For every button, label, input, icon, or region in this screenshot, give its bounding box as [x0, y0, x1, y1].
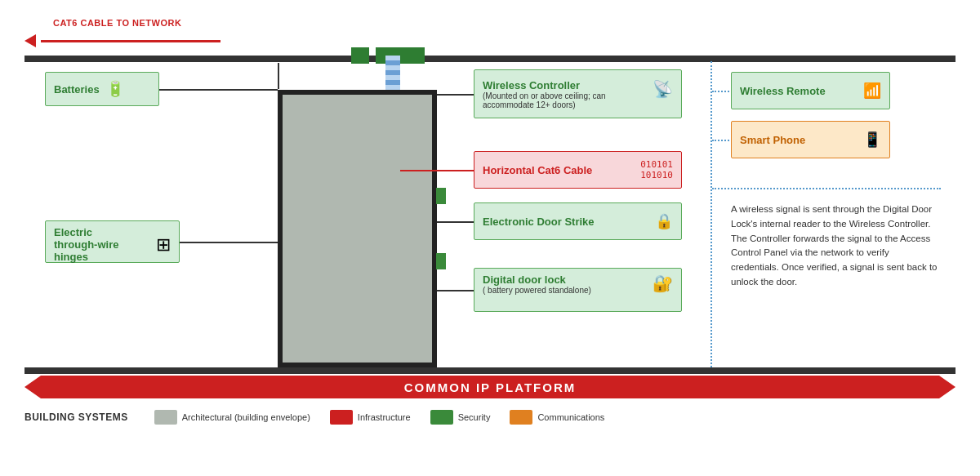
legend-item-architectural: Architectural (building envelope)	[154, 410, 310, 425]
bottom-line	[24, 367, 956, 374]
connector-batteries-h	[159, 89, 278, 91]
legend-text-communications: Communications	[537, 412, 604, 422]
ddl-label: Digital door lock	[483, 274, 646, 286]
legend: BUILDING SYSTEMS Architectural (building…	[24, 410, 604, 425]
eds-icon: 🔒	[655, 212, 673, 230]
common-ip-label: COMMON IP PLATFORM	[404, 380, 576, 394]
batteries-icon: 🔋	[106, 80, 124, 98]
legend-swatch-architectural	[154, 410, 177, 425]
common-ip-arrow: COMMON IP PLATFORM	[24, 376, 956, 398]
connector-eds	[437, 221, 474, 223]
batteries-box: Batteries 🔋	[45, 72, 159, 106]
hinges-icon: ⊞	[156, 234, 171, 256]
arrow-left-head	[24, 376, 41, 398]
electronic-door-strike-box: Electronic Door Strike 🔒	[474, 202, 682, 240]
smart-phone-box: Smart Phone 📱	[731, 121, 890, 158]
legend-swatch-infrastructure	[330, 410, 353, 425]
legend-text-security: Security	[458, 412, 491, 422]
legend-item-security: Security	[430, 410, 491, 425]
legend-title: BUILDING SYSTEMS	[24, 411, 128, 423]
connector-hinges	[180, 242, 278, 243]
dotted-line-sp	[712, 140, 733, 141]
door-frame	[278, 90, 437, 367]
batteries-label: Batteries	[54, 83, 100, 96]
wr-icon: 📶	[863, 82, 881, 100]
dotted-line-wr	[712, 91, 733, 92]
arrow-right-head	[939, 376, 956, 398]
wireless-controller-box: Wireless Controller (Mounted on or above…	[474, 69, 682, 118]
ddl-sublabel: ( battery powered standalone)	[483, 286, 646, 295]
green-connector-1	[351, 47, 369, 64]
top-network-line	[24, 56, 956, 62]
diagram-container: CAT6 CABLE TO NETWORK Batteries 🔋 Electr…	[0, 0, 980, 476]
door-green-box-2	[436, 253, 446, 269]
legend-item-communications: Communications	[510, 410, 604, 425]
cat6-arrow-line	[41, 40, 220, 42]
hinges-box: Electric through-wire hinges ⊞	[45, 220, 180, 263]
dotted-line-desc	[712, 188, 941, 189]
legend-swatch-security	[430, 410, 453, 425]
wc-icon: 📡	[653, 79, 673, 99]
connector-ddl	[437, 290, 474, 291]
cat6-arrow-head	[24, 34, 36, 47]
arrow-body: COMMON IP PLATFORM	[41, 376, 939, 398]
hinges-label: Electric	[54, 226, 151, 238]
wc-label: Wireless Controller	[483, 79, 646, 91]
hcat6-label: Horizontal Cat6 Cable	[483, 164, 592, 176]
wireless-remote-box: Wireless Remote 📶	[731, 72, 890, 109]
digital-door-lock-box: Digital door lock ( battery powered stan…	[474, 268, 682, 312]
ddl-icon: 🔐	[653, 274, 673, 293]
legend-text-architectural: Architectural (building envelope)	[182, 412, 310, 422]
connector-cat6-h	[400, 170, 474, 171]
hinges-label2: through-wire hinges	[54, 238, 151, 263]
connector-wireless-controller	[437, 94, 474, 96]
hcat6-icon: 010101101010	[640, 159, 673, 180]
eds-label: Electronic Door Strike	[483, 216, 595, 228]
connector-batteries-v	[278, 63, 279, 89]
cat6-arrow	[24, 34, 220, 47]
cat6-label: CAT6 CABLE TO NETWORK	[53, 18, 181, 28]
door-green-box-1	[436, 188, 446, 204]
legend-text-infrastructure: Infrastructure	[358, 412, 411, 422]
green-connector-2	[376, 47, 425, 64]
dotted-separator	[710, 61, 712, 367]
legend-item-infrastructure: Infrastructure	[330, 410, 411, 425]
sp-icon: 📱	[863, 131, 881, 149]
description-text: A wireless signal is sent through the Di…	[731, 202, 939, 290]
sp-label: Smart Phone	[740, 134, 805, 146]
legend-swatch-communications	[510, 410, 532, 425]
horizontal-cat6-box: Horizontal Cat6 Cable 010101101010	[474, 151, 682, 189]
wr-label: Wireless Remote	[740, 85, 826, 97]
wc-sublabel: (Mounted on or above ceiling; can accomm…	[483, 91, 646, 109]
